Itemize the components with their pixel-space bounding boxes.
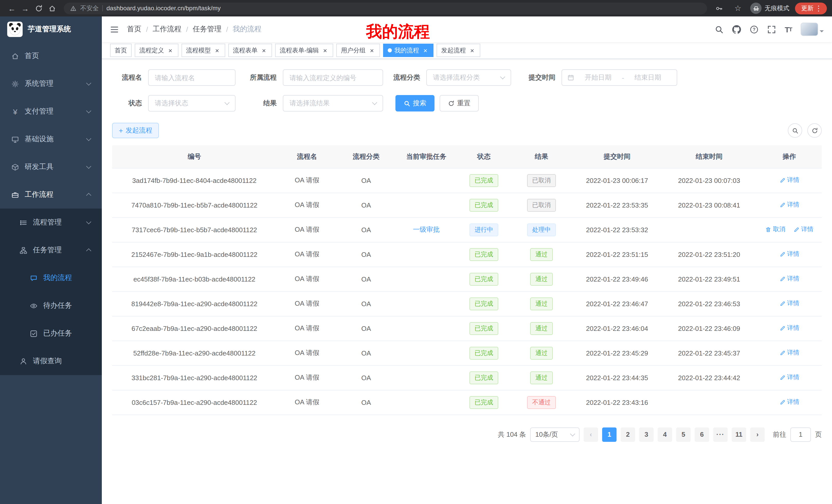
page-number[interactable]: 2 xyxy=(621,427,635,442)
cube-icon xyxy=(11,163,19,171)
cell-name: OA 请假 xyxy=(277,217,337,242)
page-number[interactable]: 3 xyxy=(639,427,654,442)
breadcrumb-task-management[interactable]: 任务管理 xyxy=(193,25,222,34)
tab[interactable]: 发起流程 × xyxy=(437,44,480,57)
tab[interactable]: 我的流程 × xyxy=(383,44,434,57)
forward-icon[interactable]: → xyxy=(19,2,32,15)
close-icon[interactable]: × xyxy=(166,47,174,54)
page-number[interactable]: 5 xyxy=(676,427,691,442)
result-select[interactable]: 请选择流结果 xyxy=(283,95,383,111)
sidebar-item-workflow[interactable]: 工作流程 xyxy=(0,181,102,208)
breadcrumb-home[interactable]: 首页 xyxy=(127,25,141,34)
cancel-action[interactable]: 取消 xyxy=(765,225,785,234)
page-number[interactable]: 1 xyxy=(602,427,617,442)
refresh-icon[interactable] xyxy=(32,2,45,15)
close-icon[interactable]: × xyxy=(213,47,220,54)
process-name-input[interactable] xyxy=(148,69,235,86)
submit-time-range[interactable]: 开始日期 - 结束日期 xyxy=(562,69,677,86)
page-size-select[interactable]: 10条/页 xyxy=(530,427,579,442)
cell-end-time: 2022-01-22 23:44:42 xyxy=(661,365,757,390)
cell-current-task xyxy=(395,193,458,217)
sidebar-item-my-process[interactable]: 我的流程 xyxy=(0,264,102,292)
page-number[interactable]: 4 xyxy=(658,427,672,442)
status-select[interactable]: 请选择状态 xyxy=(148,95,235,111)
sidebar-item-infrastructure[interactable]: 基础设施 xyxy=(0,125,102,153)
category-select[interactable]: 请选择流程分类 xyxy=(426,69,511,86)
task-link[interactable]: 一级审批 xyxy=(413,226,440,233)
detail-action[interactable]: 详情 xyxy=(779,275,799,283)
cell-category: OA xyxy=(337,341,395,365)
process-def-input[interactable] xyxy=(283,69,383,86)
cell-status: 进行中 xyxy=(458,217,510,242)
app-logo[interactable]: 芋道管理系统 xyxy=(0,17,102,42)
sidebar-item-home[interactable]: 首页 xyxy=(0,42,102,70)
cell-name: OA 请假 xyxy=(277,193,337,217)
close-icon[interactable]: × xyxy=(260,47,267,54)
sidebar-item-process-management[interactable]: 流程管理 xyxy=(0,208,102,236)
github-icon[interactable] xyxy=(732,25,741,34)
goto-page-input[interactable] xyxy=(790,427,811,442)
sidebar-item-todo-tasks[interactable]: 待办任务 xyxy=(0,292,102,319)
detail-action[interactable]: 详情 xyxy=(779,250,799,259)
tab[interactable]: 流程定义 × xyxy=(135,44,178,57)
detail-action[interactable]: 详情 xyxy=(794,225,813,234)
next-page-button[interactable]: › xyxy=(750,427,765,442)
hamburger-icon[interactable] xyxy=(110,25,119,34)
breadcrumb-workflow[interactable]: 工作流程 xyxy=(153,25,182,34)
detail-action[interactable]: 详情 xyxy=(779,398,799,407)
home-icon[interactable] xyxy=(45,2,59,15)
edit-icon xyxy=(779,399,785,405)
tab[interactable]: 首页 × xyxy=(110,44,132,57)
detail-action[interactable]: 详情 xyxy=(779,299,799,308)
bookmark-star-icon[interactable]: ☆ xyxy=(731,2,745,15)
search-button[interactable]: 搜索 xyxy=(395,95,435,111)
start-date-placeholder: 开始日期 xyxy=(574,73,622,82)
process-def-label: 所属流程 xyxy=(246,73,277,82)
sidebar-item-payment[interactable]: ¥ 支付管理 xyxy=(0,97,102,125)
sidebar-item-devtools[interactable]: 研发工具 xyxy=(0,153,102,181)
search-icon[interactable] xyxy=(715,25,724,34)
search-toggle-button[interactable] xyxy=(788,123,802,138)
date-separator: - xyxy=(622,74,624,81)
back-icon[interactable]: ← xyxy=(5,2,19,15)
fullscreen-icon[interactable] xyxy=(767,25,776,34)
logo-panda-avatar xyxy=(7,22,23,37)
reset-button[interactable]: 重置 xyxy=(440,95,479,111)
sidebar-item-done-tasks[interactable]: 已办任务 xyxy=(0,319,102,347)
sidebar-item-leave-query[interactable]: 请假查询 xyxy=(0,347,102,375)
cell-result: 通过 xyxy=(510,242,573,267)
start-process-button[interactable]: + 发起流程 xyxy=(112,123,159,138)
refresh-icon xyxy=(811,127,818,134)
cell-status: 已完成 xyxy=(458,341,510,365)
close-icon[interactable]: × xyxy=(422,47,429,54)
help-icon[interactable]: ? xyxy=(750,25,758,34)
close-icon[interactable]: × xyxy=(321,47,329,54)
close-icon[interactable]: × xyxy=(368,47,375,54)
table-refresh-button[interactable] xyxy=(807,123,822,138)
tab[interactable]: 流程表单 × xyxy=(228,44,272,57)
page-number[interactable]: 6 xyxy=(695,427,709,442)
detail-action[interactable]: 详情 xyxy=(779,201,799,209)
table-row: 52ffd28e-7b9a-11ec-a290-acde48001122 OA … xyxy=(112,341,822,365)
page-number[interactable]: ··· xyxy=(713,427,728,442)
address-bar[interactable]: 不安全 dashboard.yudao.iocoder.cn/bpm/task/… xyxy=(64,2,707,14)
table-header-row: 编号 流程名 流程分类 当前审批任务 状态 结果 提交时间 结束时间 操作 xyxy=(112,145,822,168)
close-icon[interactable]: × xyxy=(468,47,476,54)
page-number[interactable]: 11 xyxy=(732,427,746,442)
update-button[interactable]: 更新 ⋮ xyxy=(795,2,827,14)
status-tag: 已完成 xyxy=(469,346,498,359)
tab[interactable]: 流程表单-编辑 × xyxy=(275,44,333,57)
user-avatar[interactable] xyxy=(801,23,824,36)
detail-action[interactable]: 详情 xyxy=(779,348,799,357)
tab[interactable]: 用户分组 × xyxy=(336,44,380,57)
tab[interactable]: 流程模型 × xyxy=(182,44,225,57)
menu-dots-icon[interactable]: ⋮ xyxy=(813,4,824,12)
detail-action[interactable]: 详情 xyxy=(779,373,799,382)
prev-page-button[interactable]: ‹ xyxy=(583,427,598,442)
detail-action[interactable]: 详情 xyxy=(779,324,799,333)
sidebar-item-system[interactable]: 系统管理 xyxy=(0,70,102,97)
detail-action[interactable]: 详情 xyxy=(779,176,799,185)
sidebar-item-task-management[interactable]: 任务管理 xyxy=(0,236,102,264)
key-icon[interactable] xyxy=(712,2,726,15)
font-size-icon[interactable]: TT xyxy=(785,25,792,34)
